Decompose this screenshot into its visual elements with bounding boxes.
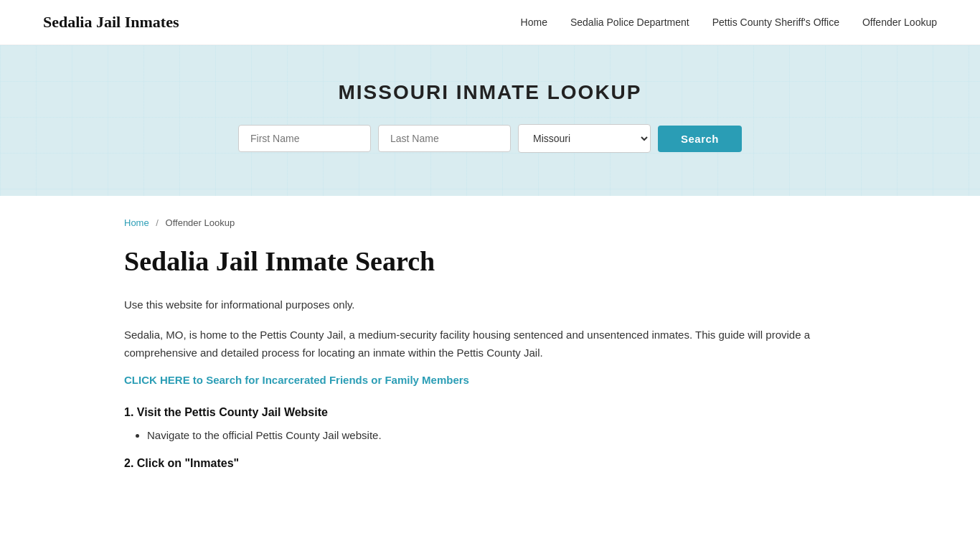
nav-offender-lookup[interactable]: Offender Lookup xyxy=(862,17,937,28)
first-name-input[interactable] xyxy=(238,125,371,152)
last-name-input[interactable] xyxy=(378,125,511,152)
site-header: Sedalia Jail Inmates Home Sedalia Police… xyxy=(0,0,980,45)
page-title: Sedalia Jail Inmate Search xyxy=(124,245,856,277)
hero-title: MISSOURI INMATE LOOKUP xyxy=(14,81,966,104)
section-2: 2. Click on "Inmates" xyxy=(124,457,856,470)
breadcrumb-separator: / xyxy=(156,217,159,228)
section-1-list: Navigate to the official Pettis County J… xyxy=(124,426,856,445)
site-logo: Sedalia Jail Inmates xyxy=(43,13,179,32)
nav-pettis-sheriff[interactable]: Pettis County Sheriff's Office xyxy=(712,17,839,28)
intro-paragraph-1: Use this website for informational purpo… xyxy=(124,296,856,314)
breadcrumb-home-link[interactable]: Home xyxy=(124,217,149,228)
hero-banner: MISSOURI INMATE LOOKUP Missouri Alabama … xyxy=(0,45,980,196)
state-select[interactable]: Missouri Alabama Alaska Arizona Arkansas… xyxy=(518,124,651,153)
search-button[interactable]: Search xyxy=(658,126,742,152)
site-nav: Home Sedalia Police Department Pettis Co… xyxy=(521,17,937,28)
cta-search-link[interactable]: CLICK HERE to Search for Incarcerated Fr… xyxy=(124,374,469,386)
intro-paragraph-2: Sedalia, MO, is home to the Pettis Count… xyxy=(124,326,856,362)
section-1-heading: 1. Visit the Pettis County Jail Website xyxy=(124,406,856,419)
breadcrumb: Home / Offender Lookup xyxy=(124,217,856,228)
nav-home[interactable]: Home xyxy=(521,17,547,28)
section-1: 1. Visit the Pettis County Jail Website … xyxy=(124,406,856,445)
nav-sedalia-police[interactable]: Sedalia Police Department xyxy=(570,17,689,28)
breadcrumb-current: Offender Lookup xyxy=(166,217,235,228)
section-1-bullet-1: Navigate to the official Pettis County J… xyxy=(147,426,856,445)
section-2-heading: 2. Click on "Inmates" xyxy=(124,457,856,470)
main-content: Home / Offender Lookup Sedalia Jail Inma… xyxy=(81,196,899,526)
search-form: Missouri Alabama Alaska Arizona Arkansas… xyxy=(14,124,966,153)
